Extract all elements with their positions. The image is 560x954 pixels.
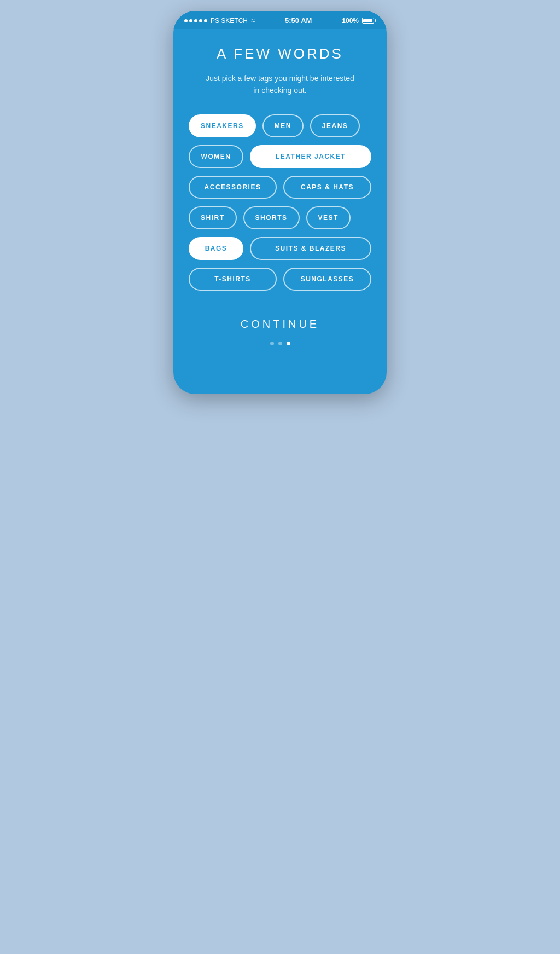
tag-t-shirts[interactable]: T-SHIRTS: [189, 268, 277, 291]
page-dot-2: [278, 342, 282, 345]
tags-row-5: BAGS SUITS & BLAZERS: [189, 237, 371, 260]
tags-row-1: SNEAKERS MEN JEANS: [189, 114, 371, 137]
pagination-dots: [270, 342, 290, 345]
tag-men[interactable]: MEN: [262, 114, 304, 137]
page-title: A FEW WORDS: [217, 45, 343, 62]
signal-dots: [184, 19, 207, 22]
battery-body: [362, 18, 374, 24]
tags-row-3: ACCESSORIES CAPS & HATS: [189, 176, 371, 199]
tags-row-4: SHIRT SHORTS VEST: [189, 206, 371, 229]
continue-button[interactable]: CONTINUE: [241, 318, 319, 331]
tag-vest[interactable]: VEST: [306, 206, 351, 229]
tag-bags[interactable]: BAGS: [189, 237, 243, 260]
tag-shirt[interactable]: SHIRT: [189, 206, 237, 229]
tag-jeans[interactable]: JEANS: [310, 114, 360, 137]
tags-container: SNEAKERS MEN JEANS WOMEN LEATHER JACKET …: [189, 114, 371, 291]
tags-row-2: WOMEN LEATHER JACKET: [189, 145, 371, 168]
page-subtitle: Just pick a few tags you might be intere…: [203, 72, 357, 97]
carrier-label: PS SKETCH: [211, 17, 248, 25]
status-right: 100%: [342, 17, 376, 25]
tag-sunglasses[interactable]: SUNGLASSES: [283, 268, 371, 291]
tag-accessories[interactable]: ACCESSORIES: [189, 176, 277, 199]
status-bar: PS SKETCH ≈ 5:50 AM 100%: [173, 11, 387, 29]
signal-dot: [189, 19, 192, 22]
battery-fill: [363, 19, 372, 22]
signal-dot: [194, 19, 197, 22]
tag-caps-hats[interactable]: CAPS & HATS: [283, 176, 371, 199]
page-dot-3: [287, 342, 290, 345]
status-left: PS SKETCH ≈: [184, 16, 255, 25]
signal-dot: [199, 19, 202, 22]
app-content: A FEW WORDS Just pick a few tags you mig…: [173, 29, 387, 367]
tags-row-6: T-SHIRTS SUNGLASSES: [189, 268, 371, 291]
battery-percent: 100%: [342, 17, 359, 25]
battery-icon: [362, 18, 376, 24]
page-dot-1: [270, 342, 274, 345]
signal-dot: [204, 19, 207, 22]
wifi-icon: ≈: [251, 16, 255, 25]
battery-tip: [375, 19, 376, 22]
tag-leather-jacket[interactable]: LEATHER JACKET: [250, 145, 371, 168]
tag-suits-blazers[interactable]: SUITS & BLAZERS: [250, 237, 371, 260]
tag-women[interactable]: WOMEN: [189, 145, 243, 168]
signal-dot: [184, 19, 188, 22]
tag-sneakers[interactable]: SNEAKERS: [189, 114, 256, 137]
phone-frame: PS SKETCH ≈ 5:50 AM 100% A FEW WORDS Jus…: [173, 11, 387, 394]
continue-section: CONTINUE: [189, 318, 371, 345]
tag-shorts[interactable]: SHORTS: [243, 206, 300, 229]
status-time: 5:50 AM: [285, 16, 312, 25]
